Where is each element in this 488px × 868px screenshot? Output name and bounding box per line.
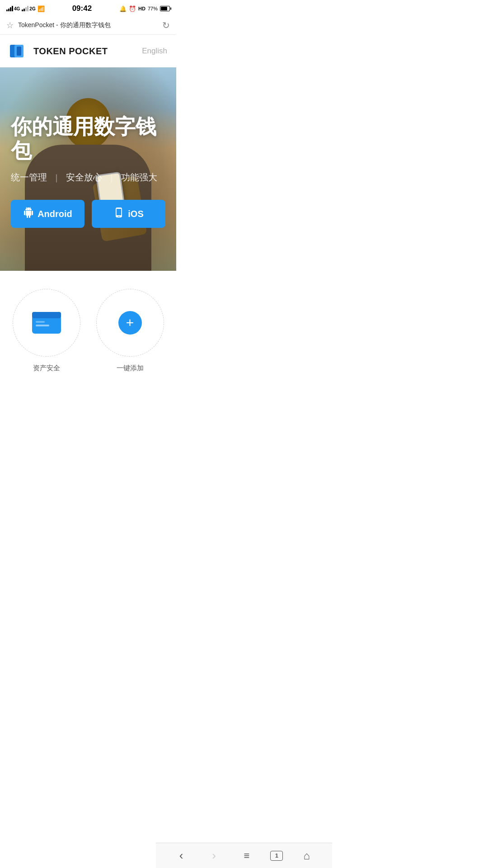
signal-group-1: 4G (6, 6, 20, 11)
feature-label-wallet: 资产安全 (33, 364, 60, 373)
android-download-button[interactable]: Android (11, 200, 84, 228)
wifi-icon: 📶 (38, 5, 45, 12)
android-btn-label: Android (38, 209, 72, 219)
subtitle-divider-2: ｜ (108, 172, 116, 183)
wallet-icon-container (32, 312, 61, 334)
subtitle-item-3: 功能强大 (121, 171, 157, 184)
svg-rect-6 (36, 321, 45, 323)
browser-bar: ☆ TokenPocket - 你的通用数字钱包 ↻ (0, 16, 176, 35)
ios-btn-label: iOS (128, 209, 143, 219)
feature-item-add: + 一键添加 (96, 289, 164, 373)
refresh-icon[interactable]: ↻ (162, 20, 170, 31)
subtitle-divider-1: ｜ (52, 172, 61, 183)
bell-icon: 🔔 (119, 5, 127, 12)
ios-icon (113, 207, 124, 221)
battery-container (160, 6, 170, 11)
ios-svg (113, 207, 124, 218)
phone-hd-icon: HD (138, 6, 145, 11)
status-left: 4G 2G 📶 (6, 5, 45, 12)
plus-icon: + (118, 311, 142, 335)
feature-label-add: 一键添加 (117, 364, 144, 373)
hero-section: 你的通用数字钱包 统一管理 ｜ 安全放心 ｜ 功能强大 Android (0, 67, 176, 271)
alarm-icon: ⏰ (129, 5, 136, 12)
android-icon (23, 207, 34, 221)
svg-rect-4 (32, 312, 61, 318)
ios-download-button[interactable]: iOS (92, 200, 165, 228)
signal-group-2: 2G (22, 6, 35, 11)
android-svg (23, 207, 34, 218)
feature-item-wallet: 资产安全 (13, 289, 80, 373)
status-right: 🔔 ⏰ HD 77% (119, 5, 170, 12)
battery (160, 6, 170, 11)
browser-url[interactable]: TokenPocket - 你的通用数字钱包 (18, 21, 158, 29)
signal-bars-2 (22, 6, 28, 11)
hero-buttons: Android iOS (11, 200, 165, 228)
feature-circle-wallet (13, 289, 80, 357)
wallet-svg (32, 312, 61, 334)
battery-fill (161, 7, 167, 10)
svg-rect-2 (17, 47, 21, 56)
features-section: 资产安全 + 一键添加 (0, 271, 176, 391)
star-icon[interactable]: ☆ (6, 20, 14, 30)
hero-title: 你的通用数字钱包 (11, 115, 165, 163)
hero-content: 你的通用数字钱包 统一管理 ｜ 安全放心 ｜ 功能强大 Android (0, 67, 176, 271)
lang-switch[interactable]: English (142, 47, 167, 56)
hero-subtitle: 统一管理 ｜ 安全放心 ｜ 功能强大 (11, 171, 165, 184)
logo-text: TOKEN POCKET (33, 46, 108, 57)
status-bar: 4G 2G 📶 09:42 🔔 ⏰ HD 77% (0, 0, 176, 16)
network-label-1: 4G (14, 6, 20, 11)
battery-percent: 77% (148, 6, 158, 11)
svg-rect-5 (36, 325, 49, 326)
subtitle-item-2: 安全放心 (66, 171, 102, 184)
feature-circle-add: + (96, 289, 164, 357)
logo-icon (9, 41, 29, 61)
signal-bars-1 (6, 6, 13, 11)
network-label-2: 2G (29, 6, 35, 11)
status-time: 09:42 (72, 4, 92, 13)
subtitle-item-1: 统一管理 (11, 171, 47, 184)
features-grid: 资产安全 + 一键添加 (9, 289, 167, 373)
site-header: TOKEN POCKET English (0, 35, 176, 67)
logo-area: TOKEN POCKET (9, 41, 108, 61)
